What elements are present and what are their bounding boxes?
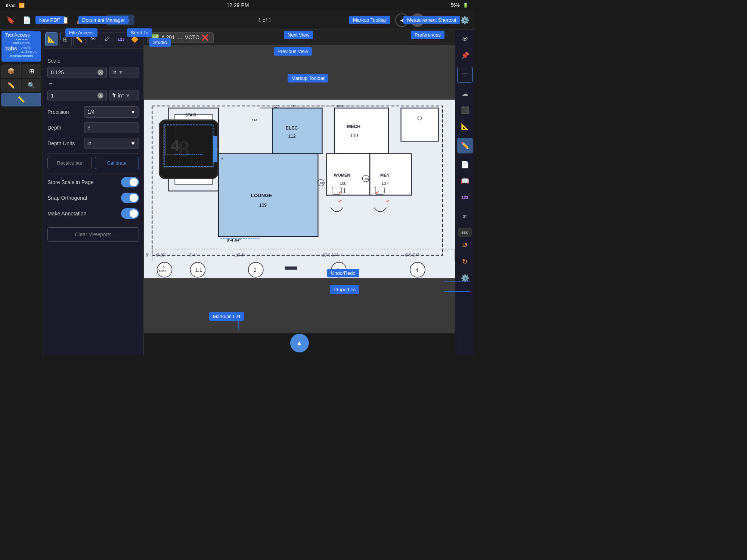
mini-map-handle[interactable] (213, 136, 218, 162)
svg-text:A 500: A 500 (159, 270, 167, 273)
settings-panel: 📐 ⊞ ✏️ 👁 🖊 123 🔶 Scale 0.125 ✕ in ▼ (43, 30, 144, 355)
scale-input-1[interactable]: 0.125 ✕ (47, 67, 107, 78)
precision-label: Precision (47, 109, 81, 115)
settings-content: Scale 0.125 ✕ in ▼ = 1 ✕ (43, 49, 143, 246)
bookmark-btn[interactable]: 🔖 (3, 13, 18, 28)
search-btn[interactable]: 🔍 (22, 79, 41, 92)
chevron-down-icon-2: ▼ (125, 93, 130, 99)
scale-row-1: 0.125 ✕ in ▼ (47, 67, 139, 78)
rt-properties-btn[interactable]: ⚙️ (457, 270, 473, 286)
store-scale-label: Store Scale in Page (47, 179, 94, 185)
svg-text:5: 5 (163, 265, 165, 269)
svg-text:114: 114 (252, 118, 257, 122)
depth-units-dropdown[interactable]: in ▼ (84, 138, 139, 149)
prev-view-btn[interactable]: ◀ (395, 13, 409, 27)
rt-123-btn[interactable]: 123 (457, 190, 473, 205)
scale-unit-2[interactable]: ft' in" ▼ (109, 90, 139, 101)
preferences-btn[interactable]: ⚙️ (458, 13, 471, 27)
clear-viewports-button[interactable]: Clear Viewports (47, 227, 139, 242)
rt-separator-6 (458, 226, 472, 226)
share-btn[interactable]: 📣 (90, 13, 105, 28)
svg-text:107: 107 (381, 181, 388, 186)
tabs-button[interactable]: Tabs Tool Chest, Thumbnails, Bookmarks, … (1, 31, 41, 62)
svg-text:4: 4 (171, 137, 180, 155)
check-icon: ✅ (152, 34, 159, 41)
close-tab-icon[interactable]: ❌ (201, 34, 209, 41)
scale-unit-1[interactable]: in ▼ (109, 67, 139, 78)
svg-text:1.1: 1.1 (195, 267, 202, 273)
send-to-btn[interactable]: 📤 (74, 13, 89, 28)
calibrate-button[interactable]: Calibrate (95, 157, 139, 169)
settings-pencil-btn[interactable]: ✏️ (73, 32, 86, 46)
equals-sign: = (47, 81, 139, 88)
svg-text:✔: ✔ (338, 190, 342, 195)
doc-tab-bar: ✅ A 201_..._VCTC ❌ (144, 30, 455, 45)
make-annotation-toggle[interactable] (121, 208, 139, 219)
rt-eye-btn[interactable]: 👁 (457, 31, 473, 47)
markups-list-btn[interactable]: ▲ (290, 334, 309, 352)
settings-stamp-btn[interactable]: 🔶 (129, 32, 141, 46)
snap-orthogonal-toggle[interactable] (121, 193, 139, 203)
pen-btn[interactable]: ✏️ (442, 13, 456, 27)
document-manager-btn[interactable]: 🔴 (36, 13, 51, 28)
svg-text:112: 112 (291, 105, 296, 108)
tabs-label: Tabs (4, 34, 39, 41)
recalculate-button[interactable]: Recalculate (47, 157, 92, 169)
device-label: iPad (6, 3, 16, 8)
rt-stamp-btn[interactable]: ⬛ (457, 102, 473, 118)
left-icon-panel: 📦 ⊞ ✏️ 🔍 📏 (0, 63, 43, 108)
document-tab[interactable]: ✅ A 201_..._VCTC ❌ (147, 32, 214, 43)
settings-ruler-btn[interactable]: 📐 (45, 32, 58, 46)
thumbnails-btn[interactable]: ⊞ (22, 65, 41, 78)
rt-book-btn[interactable]: 📖 (457, 173, 473, 189)
rt-cursor-btn[interactable]: ☞ (457, 67, 473, 83)
svg-text:MECH: MECH (347, 124, 360, 129)
snap-orthogonal-label: Snap Orthogonal (47, 195, 87, 201)
studio-btn[interactable]: Studio (106, 15, 134, 25)
settings-abc-btn[interactable]: 123 (115, 32, 127, 46)
settings-grid-btn[interactable]: ⊞ (59, 32, 71, 46)
toolchest-btn[interactable]: 📦 (1, 65, 21, 78)
scale-clear-2[interactable]: ✕ (97, 93, 103, 99)
doc-filename: A 201_..._VCTC (161, 34, 199, 40)
rt-pencil-btn[interactable]: ✏️ (457, 138, 473, 153)
svg-text:WOMEN: WOMEN (334, 173, 350, 177)
time-display: 12:29 PM (227, 2, 249, 8)
ruler-btn[interactable]: 📏 (1, 93, 41, 106)
store-scale-toggle[interactable] (121, 177, 139, 187)
annotate-btn[interactable]: ✏️ (1, 79, 21, 92)
svg-text:✔: ✔ (386, 198, 390, 204)
store-scale-row: Store Scale in Page (47, 177, 139, 187)
scale-clear-1[interactable]: ✕ (97, 69, 103, 75)
rt-esc-btn[interactable]: esc (458, 228, 472, 237)
rt-measure-btn[interactable]: 📐 (457, 119, 473, 134)
rt-cloud-btn[interactable]: ☁ (457, 86, 473, 102)
new-pdf-btn[interactable]: 📄 (19, 13, 34, 28)
next-view-btn[interactable]: ▶ (411, 13, 424, 27)
rt-deg-btn[interactable]: 3° (457, 209, 473, 224)
precision-dropdown[interactable]: 1/4 ▼ (84, 106, 139, 118)
left-panel: Tabs Tool Chest, Thumbnails, Bookmarks, … (0, 30, 43, 355)
svg-text:ELEC: ELEC (286, 125, 298, 131)
svg-text:LOUNGE: LOUNGE (251, 193, 272, 198)
svg-text:4: 4 (415, 267, 418, 273)
depth-label: Depth (47, 125, 81, 131)
svg-rect-47 (401, 108, 438, 141)
rt-undo-btn[interactable]: ↺ (457, 237, 473, 253)
precision-row: Precision 1/4 ▼ (47, 106, 139, 118)
svg-text:3: 3 (337, 267, 339, 273)
settings-eye-btn[interactable]: 👁 (87, 32, 99, 46)
rt-pin-btn[interactable]: 📌 (457, 48, 473, 63)
svg-text:2: 2 (254, 267, 256, 273)
rt-redo-btn[interactable]: ↻ (457, 254, 473, 270)
scale-input-2[interactable]: 1 ✕ (47, 90, 107, 101)
blueprint-area[interactable]: STAIR UP ELEC 112 113 112 MECH 110 108A … (144, 45, 455, 333)
settings-pen-btn[interactable]: 🖊 (101, 32, 113, 46)
depth-input[interactable]: 8 (84, 122, 139, 133)
separator-1 (54, 14, 54, 26)
markup-toolbar-btn[interactable]: ✳ (427, 13, 440, 27)
file-access-btn[interactable]: 📋 (57, 13, 72, 28)
svg-text:112: 112 (288, 134, 296, 139)
svg-rect-21 (335, 108, 388, 153)
rt-doc-btn[interactable]: 📄 (457, 157, 473, 172)
